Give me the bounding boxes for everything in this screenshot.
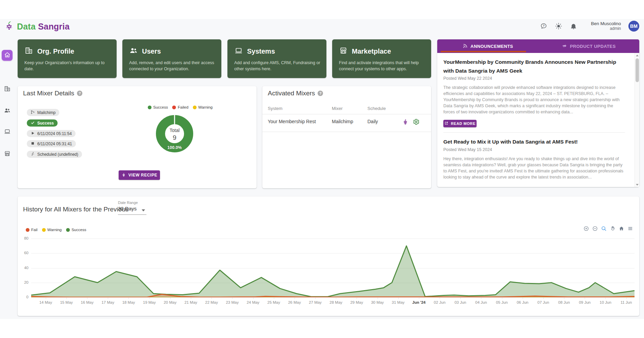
grape-recipe-icon[interactable] [402, 118, 409, 125]
x-axis-label: 24 May [247, 300, 260, 304]
gridline [31, 297, 635, 298]
x-axis-label: 02 Jun [434, 300, 446, 304]
cell-schedule: Daily [367, 119, 378, 124]
legend-fail[interactable]: Fail [26, 228, 38, 232]
date-range-label: Date Range [118, 201, 150, 205]
sidebar-item-systems[interactable] [2, 127, 13, 137]
megaphone-icon [562, 43, 567, 50]
sidebar-item-org-profile[interactable] [2, 84, 13, 95]
org-building-icon [24, 46, 33, 56]
x-axis-label: 30 May [371, 300, 384, 304]
zoom-in-icon[interactable] [583, 226, 589, 231]
scroll-up-arrow[interactable] [635, 53, 640, 58]
rss-icon [462, 43, 468, 50]
scrollbar-thumb[interactable] [636, 58, 639, 82]
tile-title: Org. Profile [37, 48, 74, 55]
mixer-name-chip: Mailchimp [27, 109, 59, 116]
x-axis-label: 27 May [309, 300, 322, 304]
card-title: Activated Mixers [268, 90, 315, 97]
x-tick-mark [295, 297, 295, 299]
tile-users[interactable]: Users Add, remove, and edit users and th… [122, 39, 221, 78]
laptop-icon [4, 128, 11, 136]
user-info[interactable]: Ben Muscolino admin [591, 21, 621, 31]
x-axis-label: 07 Jun [538, 300, 549, 304]
laptop-icon [234, 46, 243, 56]
x-axis-label: 17 May [101, 300, 114, 304]
legend-warning: Warning [193, 105, 213, 109]
x-tick-mark [46, 297, 46, 299]
date-range-select[interactable]: Date Range 30 Days [118, 201, 150, 211]
help-icon[interactable]: ? [77, 91, 82, 96]
sidebar-item-marketplace[interactable] [2, 149, 13, 159]
x-tick-mark [419, 297, 419, 299]
users-icon [129, 46, 138, 56]
avatar[interactable]: BM [628, 21, 639, 32]
legend-warning[interactable]: Warning [42, 228, 62, 232]
x-axis-label: 23 May [226, 300, 239, 304]
notifications-bell-icon[interactable] [570, 22, 577, 30]
divider [262, 114, 431, 114]
view-recipe-button[interactable]: VIEW RECIPE [119, 170, 160, 180]
x-tick-mark [315, 297, 316, 299]
sidebar-item-users[interactable] [2, 106, 13, 116]
donut-percent-label: 100.0% [167, 145, 182, 150]
dashboard-page: Data Sangria ? [0, 0, 644, 338]
tile-description: Add, remove, and edit users and their ac… [129, 60, 217, 72]
svg-text:?: ? [543, 24, 545, 27]
x-axis-label: 31 May [392, 300, 405, 304]
brand-logo[interactable]: Data Sangria [4, 21, 69, 32]
x-tick-mark [170, 297, 170, 299]
tile-description: Add and configure AMS, CRM, Fundraising … [234, 60, 322, 72]
gear-settings-icon[interactable] [413, 118, 420, 125]
x-tick-mark [232, 297, 233, 299]
schedule-chip: Scheduled (undefined) [27, 151, 82, 158]
x-tick-mark [149, 297, 150, 299]
announcements-scrollbar[interactable] [635, 53, 639, 187]
zoom-out-icon[interactable] [592, 226, 598, 231]
sidebar-item-home[interactable] [2, 50, 13, 61]
last-mixer-details-card: Last Mixer Details ? Mailchimp Success 6… [18, 86, 257, 188]
x-axis-label: 14 May [39, 300, 52, 304]
start-time-chip: 6/11/2024 05:11:54 [27, 130, 76, 137]
x-tick-mark [212, 297, 212, 299]
x-axis-label: 06 Jun [517, 300, 528, 304]
help-icon[interactable]: ? [318, 91, 323, 96]
help-chat-icon[interactable]: ? [540, 22, 547, 30]
column-header-mixer: Mixer [332, 106, 343, 111]
tile-description: Keep your Organization's information up … [24, 60, 112, 72]
y-axis-label: 20 [18, 280, 28, 284]
selection-zoom-icon[interactable] [601, 226, 607, 231]
active-tab-underline [441, 51, 526, 52]
reset-home-icon[interactable] [619, 226, 624, 231]
legend-success[interactable]: Success [66, 228, 86, 232]
x-tick-mark [481, 297, 481, 299]
legend-failed: Failed [172, 105, 188, 109]
chevron-down-icon [142, 209, 145, 211]
cell-system: Your Membership Rest [268, 119, 316, 124]
tab-label: PRODUCT UPDATES [570, 44, 616, 49]
chart-series-canvas[interactable] [31, 236, 635, 297]
workflow-icon [31, 110, 35, 115]
x-axis-label: 18 May [122, 300, 135, 304]
tile-title: Users [142, 48, 161, 55]
x-tick-mark [357, 297, 357, 299]
x-tick-mark [460, 297, 461, 299]
tab-product-updates[interactable]: PRODUCT UPDATES [538, 39, 639, 53]
read-more-button[interactable]: READ MORE [443, 120, 477, 127]
tile-org-profile[interactable]: Org. Profile Keep your Organization's in… [18, 39, 117, 78]
x-tick-mark [605, 297, 606, 299]
x-tick-mark [191, 297, 191, 299]
x-axis-label: 16 May [81, 300, 94, 304]
tile-marketplace[interactable]: Marketplace Find and activate integratio… [332, 39, 431, 78]
theme-brightness-icon[interactable] [555, 22, 562, 30]
tile-systems[interactable]: Systems Add and configure AMS, CRM, Fund… [227, 39, 326, 78]
x-axis-label: 25 May [267, 300, 280, 304]
menu-icon[interactable] [627, 226, 633, 231]
activated-mixers-card: Activated Mixers ? System Mixer Schedule… [262, 86, 431, 188]
scroll-down-arrow[interactable] [635, 182, 640, 187]
y-axis-label: 80 [18, 236, 28, 240]
announcement-item: YourMembership by Community Brands Annou… [443, 58, 625, 133]
y-axis-label: 60 [18, 251, 28, 255]
pan-hand-icon[interactable] [610, 226, 616, 231]
x-axis-label: 26 May [288, 300, 301, 304]
